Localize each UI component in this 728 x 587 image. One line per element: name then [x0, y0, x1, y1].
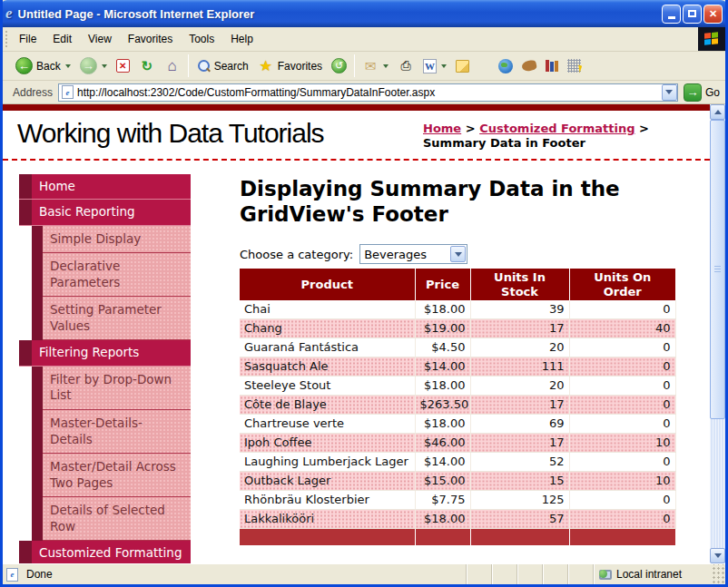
- fix-button[interactable]: [563, 57, 585, 74]
- edit-dropdown-icon[interactable]: [441, 64, 447, 68]
- column-header-product: Product: [240, 269, 415, 300]
- sidebar-item-filtering-reports[interactable]: Filtering Reports: [19, 340, 191, 367]
- table-row: Lakkalikööri $18.00 57 0: [240, 510, 675, 529]
- sidebar-item-master-detail-across-two-pages[interactable]: Master/Detail Across Two Pages: [19, 454, 191, 497]
- sidebar-item-label[interactable]: Simple Display: [43, 226, 191, 254]
- maximize-button[interactable]: [683, 5, 702, 24]
- cell-product: Outback Lager: [240, 472, 415, 491]
- cell-order: 0: [569, 491, 675, 510]
- sidebar-item-label[interactable]: Basic Reporting: [32, 200, 191, 225]
- pixel-grid-icon: [567, 59, 581, 73]
- search-button[interactable]: Search: [192, 57, 253, 75]
- go-button[interactable]: →: [684, 83, 702, 102]
- vertical-scrollbar[interactable]: [710, 104, 725, 563]
- cell-order: 0: [569, 510, 675, 529]
- page-columns: Home Basic Reporting Simple Display Decl…: [3, 174, 710, 564]
- research-button[interactable]: [494, 57, 517, 75]
- favorites-label: Favorites: [278, 60, 322, 73]
- home-button[interactable]: ⌂: [160, 56, 185, 76]
- cell-product: Ipoh Coffee: [240, 434, 415, 453]
- menu-view[interactable]: View: [80, 33, 120, 45]
- sidebar-subtab: [32, 226, 43, 254]
- minimize-button[interactable]: [662, 5, 681, 24]
- favorites-button[interactable]: ★ Favorites: [253, 56, 327, 76]
- sidebar-item-basic-reporting[interactable]: Basic Reporting: [19, 200, 191, 226]
- cell-stock: 57: [470, 510, 569, 529]
- discuss-button[interactable]: [451, 58, 474, 74]
- stop-button[interactable]: ✕: [112, 57, 134, 74]
- breadcrumb-separator: >: [466, 122, 476, 135]
- cell-product: Chartreuse verte: [240, 415, 415, 434]
- messenger-button[interactable]: [517, 59, 541, 73]
- sidebar-item-declarative-parameters[interactable]: Declarative Parameters: [19, 253, 191, 297]
- menu-favorites[interactable]: Favorites: [120, 33, 181, 45]
- scroll-down-button[interactable]: [710, 548, 725, 563]
- chevron-down-icon: [714, 553, 722, 558]
- sidebar-item-customized-formatting[interactable]: Customized Formatting: [19, 541, 191, 563]
- breadcrumb-home-link[interactable]: Home: [423, 122, 461, 135]
- sidebar-item-label[interactable]: Declarative Parameters: [43, 253, 191, 297]
- sidebar-item-details-of-selected-row[interactable]: Details of Selected Row: [19, 497, 191, 541]
- toolbar-separator: [188, 54, 189, 77]
- menu-help[interactable]: Help: [222, 33, 261, 45]
- mail-button[interactable]: ✉: [358, 56, 393, 76]
- sidebar-item-label[interactable]: Customized Formatting: [32, 541, 191, 563]
- select-dropdown-button[interactable]: [450, 246, 466, 262]
- windows-flag-icon: [704, 32, 719, 46]
- sidebar-item-filter-by-dropdown-list[interactable]: Filter by Drop-Down List: [19, 367, 191, 410]
- table-row: Chang $19.00 17 40: [240, 319, 675, 338]
- search-icon: [196, 59, 211, 73]
- scrollbar-thumb[interactable]: [710, 120, 725, 419]
- sidebar-item-label[interactable]: Filter by Drop-Down List: [43, 367, 191, 410]
- sidebar-item-label[interactable]: Setting Parameter Values: [43, 297, 191, 340]
- print-button[interactable]: ⎙: [393, 56, 418, 76]
- back-dropdown-icon[interactable]: [65, 64, 71, 68]
- close-button[interactable]: ✕: [703, 5, 723, 24]
- resize-grip[interactable]: [711, 564, 725, 584]
- back-button[interactable]: ← Back: [11, 55, 75, 76]
- page-title: Displaying Summary Data in the GridView'…: [240, 176, 677, 229]
- scroll-up-button[interactable]: [710, 104, 725, 120]
- sidebar-subtab: [32, 497, 43, 541]
- menu-tools[interactable]: Tools: [181, 33, 222, 45]
- sidebar-subtab: [32, 410, 43, 454]
- cell-price: $7.75: [415, 491, 470, 510]
- sidebar-item-setting-parameter-values[interactable]: Setting Parameter Values: [19, 297, 191, 340]
- address-input[interactable]: e http://localhost:2302/Code/CustomForma…: [58, 83, 678, 102]
- sidebar-item-master-details-details[interactable]: Master-Details-Details: [19, 410, 191, 454]
- products-gridview: Product Price Units In Stock Units On Or…: [240, 269, 676, 545]
- sidebar-item-home[interactable]: Home: [19, 174, 191, 201]
- refresh-icon: ↻: [139, 58, 155, 74]
- table-row: Laughing Lumberjack Lager $14.00 52 0: [240, 453, 675, 472]
- edit-button[interactable]: W: [418, 57, 451, 75]
- menu-edit[interactable]: Edit: [44, 33, 80, 45]
- breadcrumb-section-link[interactable]: Customized Formatting: [479, 122, 635, 135]
- cell-order: 0: [569, 377, 675, 396]
- sidebar-item-label[interactable]: Filtering Reports: [32, 340, 191, 366]
- sidebar-item-simple-display[interactable]: Simple Display: [19, 226, 191, 254]
- sidebar-item-label[interactable]: Master/Detail Across Two Pages: [43, 454, 191, 497]
- mail-dropdown-icon[interactable]: [383, 64, 389, 68]
- forward-button[interactable]: →: [75, 55, 112, 76]
- menubar-grip[interactable]: [5, 30, 9, 48]
- go-label[interactable]: Go: [705, 86, 720, 99]
- category-selected-value[interactable]: Beverages: [360, 248, 450, 261]
- history-button[interactable]: ↺: [327, 56, 351, 75]
- cell-order: 0: [569, 415, 675, 434]
- menu-file[interactable]: File: [11, 33, 44, 45]
- encyclopedia-button[interactable]: [541, 58, 563, 73]
- refresh-button[interactable]: ↻: [134, 56, 160, 76]
- ie-logo-icon: e: [5, 5, 13, 23]
- sidebar-item-label[interactable]: Details of Selected Row: [43, 497, 191, 541]
- status-panel: [491, 564, 516, 584]
- category-select[interactable]: Beverages: [359, 244, 467, 264]
- address-dropdown-button[interactable]: [662, 84, 677, 101]
- security-zone: Local intranet: [593, 564, 711, 584]
- cell-stock: 69: [470, 415, 569, 434]
- address-url[interactable]: http://localhost:2302/Code/CustomFormatt…: [77, 86, 662, 99]
- sidebar-item-label[interactable]: Master-Details-Details: [43, 410, 191, 454]
- forward-dropdown-icon[interactable]: [102, 64, 107, 68]
- scrollbar-track[interactable]: [710, 419, 725, 548]
- sidebar-item-label[interactable]: Home: [32, 174, 191, 200]
- cell-stock: 125: [470, 491, 569, 510]
